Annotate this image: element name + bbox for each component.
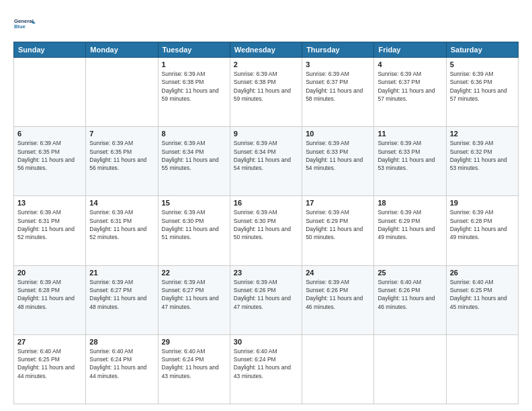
weekday-header-thursday: Thursday: [302, 42, 374, 58]
day-number: 13: [17, 199, 82, 207]
table-cell: 19Sunrise: 6:39 AMSunset: 6:28 PMDayligh…: [446, 196, 518, 265]
table-cell: 28Sunrise: 6:40 AMSunset: 6:24 PMDayligh…: [86, 334, 158, 404]
table-cell: 11Sunrise: 6:39 AMSunset: 6:33 PMDayligh…: [374, 127, 446, 196]
week-row-1: 1Sunrise: 6:39 AMSunset: 6:38 PMDaylight…: [14, 58, 519, 127]
table-cell: 27Sunrise: 6:40 AMSunset: 6:25 PMDayligh…: [14, 334, 86, 404]
day-info: Sunrise: 6:39 AMSunset: 6:38 PMDaylight:…: [162, 70, 226, 103]
day-number: 21: [89, 269, 154, 277]
day-info: Sunrise: 6:39 AMSunset: 6:26 PMDaylight:…: [234, 278, 298, 311]
table-cell: 12Sunrise: 6:39 AMSunset: 6:32 PMDayligh…: [446, 127, 518, 196]
day-info: Sunrise: 6:39 AMSunset: 6:29 PMDaylight:…: [306, 208, 370, 241]
day-number: 5: [450, 60, 515, 68]
day-number: 24: [306, 269, 370, 277]
table-cell: 8Sunrise: 6:39 AMSunset: 6:34 PMDaylight…: [158, 127, 230, 196]
day-number: 25: [378, 269, 442, 277]
day-info: Sunrise: 6:40 AMSunset: 6:26 PMDaylight:…: [378, 278, 442, 311]
weekday-header-saturday: Saturday: [446, 42, 518, 58]
day-number: 14: [89, 199, 154, 207]
day-number: 29: [162, 338, 226, 346]
day-info: Sunrise: 6:39 AMSunset: 6:33 PMDaylight:…: [306, 139, 370, 172]
day-info: Sunrise: 6:39 AMSunset: 6:28 PMDaylight:…: [450, 208, 515, 241]
day-info: Sunrise: 6:40 AMSunset: 6:24 PMDaylight:…: [89, 347, 154, 380]
day-number: 27: [17, 338, 82, 346]
table-cell: 20Sunrise: 6:39 AMSunset: 6:28 PMDayligh…: [14, 265, 86, 334]
day-info: Sunrise: 6:40 AMSunset: 6:24 PMDaylight:…: [234, 347, 298, 380]
day-info: Sunrise: 6:39 AMSunset: 6:37 PMDaylight:…: [378, 70, 442, 103]
day-number: 6: [17, 130, 82, 138]
day-info: Sunrise: 6:39 AMSunset: 6:34 PMDaylight:…: [234, 139, 298, 172]
day-info: Sunrise: 6:39 AMSunset: 6:32 PMDaylight:…: [450, 139, 515, 172]
week-row-3: 13Sunrise: 6:39 AMSunset: 6:31 PMDayligh…: [14, 196, 519, 265]
day-number: 2: [234, 60, 298, 68]
day-number: 17: [306, 199, 370, 207]
table-cell: 14Sunrise: 6:39 AMSunset: 6:31 PMDayligh…: [86, 196, 158, 265]
table-cell: 30Sunrise: 6:40 AMSunset: 6:24 PMDayligh…: [230, 334, 302, 404]
day-info: Sunrise: 6:39 AMSunset: 6:28 PMDaylight:…: [17, 278, 82, 311]
table-cell: 25Sunrise: 6:40 AMSunset: 6:26 PMDayligh…: [374, 265, 446, 334]
weekday-header-sunday: Sunday: [14, 42, 86, 58]
day-number: 22: [162, 269, 226, 277]
calendar-table: SundayMondayTuesdayWednesdayThursdayFrid…: [13, 42, 519, 404]
header: General Blue: [13, 12, 519, 35]
day-info: Sunrise: 6:40 AMSunset: 6:25 PMDaylight:…: [17, 347, 82, 380]
page: General Blue SundayMondayTuesdayWednesda…: [0, 0, 532, 411]
table-cell: 1Sunrise: 6:39 AMSunset: 6:38 PMDaylight…: [158, 58, 230, 127]
weekday-header-friday: Friday: [374, 42, 446, 58]
day-number: 18: [378, 199, 442, 207]
svg-text:General: General: [14, 18, 34, 24]
day-number: 1: [162, 60, 226, 68]
table-cell: 7Sunrise: 6:39 AMSunset: 6:35 PMDaylight…: [86, 127, 158, 196]
day-number: 20: [17, 269, 82, 277]
day-number: 23: [234, 269, 298, 277]
day-info: Sunrise: 6:39 AMSunset: 6:35 PMDaylight:…: [17, 139, 82, 172]
table-cell: 18Sunrise: 6:39 AMSunset: 6:29 PMDayligh…: [374, 196, 446, 265]
table-cell: 24Sunrise: 6:39 AMSunset: 6:26 PMDayligh…: [302, 265, 374, 334]
day-number: 7: [89, 130, 154, 138]
table-cell: 22Sunrise: 6:39 AMSunset: 6:27 PMDayligh…: [158, 265, 230, 334]
svg-text:Blue: Blue: [14, 24, 26, 30]
day-number: 11: [378, 130, 442, 138]
week-row-5: 27Sunrise: 6:40 AMSunset: 6:25 PMDayligh…: [14, 334, 519, 404]
day-number: 19: [450, 199, 515, 207]
week-row-2: 6Sunrise: 6:39 AMSunset: 6:35 PMDaylight…: [14, 127, 519, 196]
day-info: Sunrise: 6:39 AMSunset: 6:36 PMDaylight:…: [450, 70, 515, 103]
day-info: Sunrise: 6:39 AMSunset: 6:38 PMDaylight:…: [234, 70, 298, 103]
table-cell: 26Sunrise: 6:40 AMSunset: 6:25 PMDayligh…: [446, 265, 518, 334]
table-cell: 2Sunrise: 6:39 AMSunset: 6:38 PMDaylight…: [230, 58, 302, 127]
table-cell: 5Sunrise: 6:39 AMSunset: 6:36 PMDaylight…: [446, 58, 518, 127]
table-cell: 29Sunrise: 6:40 AMSunset: 6:24 PMDayligh…: [158, 334, 230, 404]
day-info: Sunrise: 6:39 AMSunset: 6:29 PMDaylight:…: [378, 208, 442, 241]
table-cell: 6Sunrise: 6:39 AMSunset: 6:35 PMDaylight…: [14, 127, 86, 196]
weekday-header-tuesday: Tuesday: [158, 42, 230, 58]
table-cell: 17Sunrise: 6:39 AMSunset: 6:29 PMDayligh…: [302, 196, 374, 265]
day-number: 28: [89, 338, 154, 346]
table-cell: 3Sunrise: 6:39 AMSunset: 6:37 PMDaylight…: [302, 58, 374, 127]
table-cell: [374, 334, 446, 404]
day-info: Sunrise: 6:39 AMSunset: 6:31 PMDaylight:…: [17, 208, 82, 241]
day-info: Sunrise: 6:39 AMSunset: 6:26 PMDaylight:…: [306, 278, 370, 311]
day-info: Sunrise: 6:39 AMSunset: 6:27 PMDaylight:…: [89, 278, 154, 311]
logo: General Blue: [13, 12, 36, 35]
day-number: 3: [306, 60, 370, 68]
day-info: Sunrise: 6:39 AMSunset: 6:30 PMDaylight:…: [234, 208, 298, 241]
table-cell: [302, 334, 374, 404]
logo-svg: General Blue: [13, 12, 36, 35]
day-number: 16: [234, 199, 298, 207]
table-cell: 21Sunrise: 6:39 AMSunset: 6:27 PMDayligh…: [86, 265, 158, 334]
day-number: 12: [450, 130, 515, 138]
day-info: Sunrise: 6:40 AMSunset: 6:25 PMDaylight:…: [450, 278, 515, 311]
table-cell: 13Sunrise: 6:39 AMSunset: 6:31 PMDayligh…: [14, 196, 86, 265]
table-cell: [446, 334, 518, 404]
table-cell: 23Sunrise: 6:39 AMSunset: 6:26 PMDayligh…: [230, 265, 302, 334]
week-row-4: 20Sunrise: 6:39 AMSunset: 6:28 PMDayligh…: [14, 265, 519, 334]
table-cell: [14, 58, 86, 127]
table-cell: 10Sunrise: 6:39 AMSunset: 6:33 PMDayligh…: [302, 127, 374, 196]
table-cell: 15Sunrise: 6:39 AMSunset: 6:30 PMDayligh…: [158, 196, 230, 265]
day-info: Sunrise: 6:39 AMSunset: 6:34 PMDaylight:…: [162, 139, 226, 172]
day-info: Sunrise: 6:39 AMSunset: 6:37 PMDaylight:…: [306, 70, 370, 103]
table-cell: [86, 58, 158, 127]
table-cell: 16Sunrise: 6:39 AMSunset: 6:30 PMDayligh…: [230, 196, 302, 265]
day-info: Sunrise: 6:39 AMSunset: 6:31 PMDaylight:…: [89, 208, 154, 241]
day-number: 15: [162, 199, 226, 207]
day-info: Sunrise: 6:40 AMSunset: 6:24 PMDaylight:…: [162, 347, 226, 380]
